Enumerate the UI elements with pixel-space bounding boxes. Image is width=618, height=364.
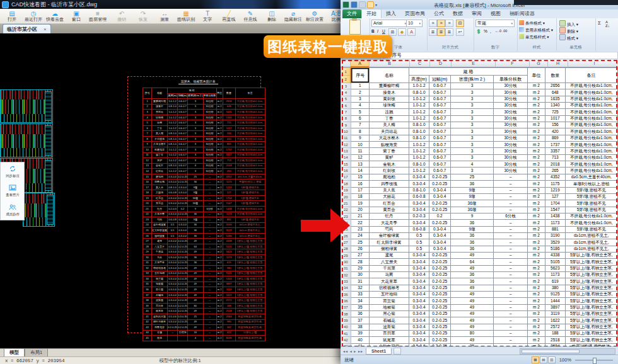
cell[interactable]: 不拼栽,每分枝d≥1.0cm, <box>235 104 265 110</box>
toolbar-window-button[interactable]: ▣窗口 <box>66 9 87 23</box>
cell[interactable]: 0.3-0.4 <box>168 298 178 304</box>
format-cells-button[interactable]: 格式 ▾ <box>559 34 578 42</box>
cell[interactable]: 5芽以上/墩,有独立主茎, <box>565 337 618 343</box>
toolbar-text-button[interactable]: T文字 <box>197 9 218 23</box>
cell[interactable]: – <box>494 259 527 265</box>
cell[interactable]: 0.3-0.4 <box>168 260 178 266</box>
cell[interactable]: 9125 <box>545 292 565 298</box>
cell[interactable]: 30分枝 <box>203 104 216 110</box>
cell[interactable]: m 2 <box>527 324 545 330</box>
cell[interactable]: 12 <box>351 154 369 161</box>
cell[interactable]: 连翘 <box>152 120 168 126</box>
cell[interactable]: 0.3-0.4 <box>409 331 429 337</box>
cell[interactable]: 荷兰菊 <box>370 298 409 304</box>
toolbar-hide-annotation-button[interactable]: ⌀隐藏标注 <box>283 9 304 23</box>
cell[interactable]: 5芽以上/墩,有独立主茎, <box>235 244 265 249</box>
ribbon-tab-插入[interactable]: 插入 <box>382 9 400 18</box>
cell[interactable]: m 2 <box>527 200 545 207</box>
cell[interactable]: 0.3-0.4 <box>168 201 178 207</box>
cell[interactable]: – <box>494 337 527 343</box>
cell[interactable]: 单墩8分枝以上,密植 <box>565 181 618 187</box>
align-middle-button[interactable]: ≡ <box>437 20 445 27</box>
font-name-select[interactable]: Arial▾ <box>371 20 408 27</box>
cell[interactable]: m 2 <box>527 213 545 219</box>
cell[interactable]: 5芽/墩,密植不见 <box>565 193 618 200</box>
cell[interactable]: 4 <box>143 115 152 120</box>
cell[interactable]: 石碱花 <box>152 292 168 298</box>
cell[interactable]: m 2 <box>216 217 223 223</box>
cell[interactable]: 0.2-0.25 <box>178 298 188 304</box>
cell[interactable]: 23 <box>143 217 152 223</box>
cell[interactable]: 11 <box>351 148 369 154</box>
tab-layout1[interactable]: 布局1 <box>25 348 48 356</box>
merge-center-button[interactable]: ⊟ <box>456 20 464 27</box>
cell[interactable]: d≥1cm,密植不见土, <box>235 222 265 228</box>
cell[interactable]: 5 <box>143 120 152 126</box>
cell[interactable]: 柳叶马鞭草 <box>152 319 168 325</box>
sheet-tab-sheet1[interactable]: Sheet1 <box>366 348 392 355</box>
cell[interactable]: 188 <box>223 303 235 309</box>
cell[interactable]: 9 <box>143 142 152 147</box>
cell[interactable]: 1.0-1.2 <box>409 115 429 122</box>
cell[interactable]: 珍珠梅 <box>152 115 168 120</box>
cell[interactable]: 序号 <box>351 68 369 83</box>
cell[interactable]: 红太阳李绿篱 <box>370 239 409 246</box>
cell[interactable]: 30分枝 <box>203 158 216 164</box>
cell[interactable]: 不拼栽,每分枝d≥1.0cm, <box>235 169 265 174</box>
cell[interactable]: m 2 <box>527 187 545 193</box>
cell[interactable]: 156 <box>223 131 235 137</box>
cell[interactable]: m 2 <box>216 152 223 158</box>
cell[interactable]: m 2 <box>527 96 545 102</box>
cell[interactable]: 3897 <box>545 304 565 310</box>
cell[interactable]: d≥0.5cm,主蔓长40cm, <box>565 174 618 180</box>
cell[interactable]: 30分枝 <box>203 115 216 120</box>
cell[interactable]: m 2 <box>527 278 545 285</box>
cell[interactable]: 规 格 <box>168 88 217 94</box>
cell[interactable]: m 2 <box>216 254 223 260</box>
cell[interactable]: 宿根福禄考 <box>370 285 409 291</box>
cell[interactable]: 45 <box>143 336 152 341</box>
cell[interactable]: 牡丹 <box>152 207 168 212</box>
cell[interactable]: 17 <box>143 185 152 190</box>
cell[interactable]: m 2 <box>216 110 223 115</box>
cell[interactable]: 30分枝 <box>494 103 527 109</box>
currency-button[interactable]: 💲 <box>476 29 481 34</box>
cell[interactable]: 株苗冠饱满,观赏性强, <box>235 325 265 331</box>
cell[interactable]: 0.2-0.25 <box>429 304 450 310</box>
cell[interactable]: 接骨木 <box>152 104 168 110</box>
cell[interactable]: 冠幅(m) <box>178 93 188 99</box>
cell[interactable]: 四季玫瑰 <box>370 181 409 187</box>
cell[interactable]: 28 <box>143 244 152 249</box>
cell[interactable]: 紫丁香 <box>152 152 168 158</box>
cell[interactable]: m 2 <box>216 314 223 319</box>
cell[interactable]: – <box>203 276 216 282</box>
cell[interactable]: 36 <box>188 233 204 239</box>
cell[interactable]: 0.2-0.25 <box>178 309 188 314</box>
cell[interactable]: 0.3-0.4 <box>409 200 429 207</box>
cell[interactable]: 32 <box>143 266 152 271</box>
cell[interactable]: m 2 <box>216 298 223 304</box>
cell[interactable]: 1 <box>351 83 369 89</box>
cell[interactable]: 0.2-0.25 <box>429 265 450 271</box>
cell[interactable]: 5芽/墩,密植不见 <box>235 201 265 207</box>
cell[interactable]: 36 <box>450 181 494 187</box>
cell[interactable]: 27 <box>351 252 369 258</box>
borders-button[interactable]: ⊞ <box>388 28 397 36</box>
cell[interactable]: 5芽以上/墩,有独立主茎, <box>235 249 265 255</box>
cell[interactable]: 五叶地锦 <box>152 271 168 276</box>
align-bottom-button[interactable]: ≡ <box>445 20 453 27</box>
cell[interactable]: 30分枝 <box>203 163 216 169</box>
cell[interactable]: m 2 <box>527 226 545 232</box>
cell[interactable]: 49 <box>188 271 204 276</box>
cell[interactable]: 4 <box>351 103 369 109</box>
cell[interactable]: 0.3-0.4 <box>429 239 450 246</box>
cell[interactable]: 14 <box>143 169 152 174</box>
cell[interactable]: 4352 <box>545 174 565 180</box>
cell[interactable]: 380 <box>545 285 565 291</box>
cell[interactable]: 5芽以上/墩,有独立主茎, <box>565 298 618 304</box>
cell[interactable]: 49 <box>450 311 494 317</box>
cell[interactable]: 美人梅 <box>152 131 168 137</box>
cell[interactable]: – <box>203 228 216 234</box>
cell[interactable]: 0.3-0.4 <box>409 298 429 304</box>
fill-color-button[interactable]: ◆ <box>398 28 406 36</box>
